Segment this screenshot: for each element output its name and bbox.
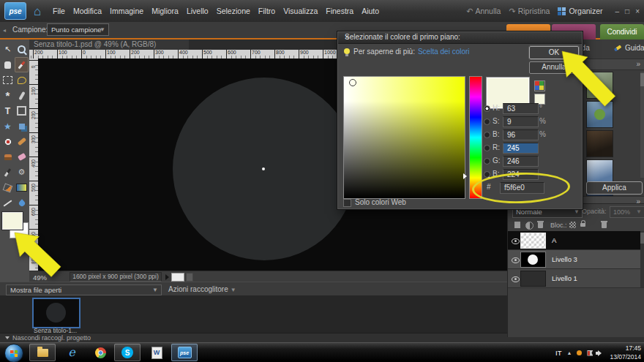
visibility-eye-icon[interactable]: [512, 238, 520, 244]
cancel-button[interactable]: Annulla: [529, 61, 579, 74]
menu-aiuto[interactable]: Aiuto: [362, 7, 379, 15]
hue-radio[interactable]: [484, 105, 490, 112]
clone-stamp-tool[interactable]: [1, 149, 15, 165]
new-layer-icon[interactable]: [514, 222, 520, 228]
layer-row-livello-1[interactable]: Livello 1: [508, 269, 644, 288]
show-open-files-select[interactable]: Mostra file aperti ▼: [6, 284, 162, 295]
menu-modifica[interactable]: Modifica: [73, 7, 102, 15]
sample-select[interactable]: Punto campione ▼: [47, 23, 109, 36]
effect-thumb-3[interactable]: [586, 130, 613, 157]
delete-layer-icon[interactable]: [538, 222, 543, 228]
language-indicator[interactable]: IT: [555, 349, 561, 357]
saturation-radio[interactable]: [484, 118, 490, 125]
undo-button[interactable]: ↶ Annulla: [466, 7, 501, 16]
brush-tool[interactable]: [1, 165, 15, 180]
lock-all-icon[interactable]: [580, 223, 585, 227]
zoom-level[interactable]: 49%: [33, 274, 47, 282]
lasso-tool[interactable]: [15, 72, 29, 88]
brightness-radio[interactable]: [484, 132, 490, 138]
hidden-icons-arrow[interactable]: ▲: [567, 350, 572, 355]
lock-transparency-icon[interactable]: [569, 222, 576, 228]
magic-wand-tool[interactable]: *: [1, 88, 15, 103]
menu-immagine[interactable]: Immagine: [110, 7, 143, 15]
taskbar-pse-active[interactable]: pse: [171, 344, 198, 361]
hue-input[interactable]: 63: [503, 103, 539, 114]
color-field-marker[interactable]: [349, 79, 356, 86]
layer-row-livello-3[interactable]: Livello 3: [508, 250, 644, 269]
menu-selezione[interactable]: Selezione: [217, 7, 250, 15]
layers-scrollbar[interactable]: [640, 231, 644, 287]
blur-tool[interactable]: [15, 195, 29, 211]
clock[interactable]: 17:45 13/07/2014: [610, 344, 641, 361]
gradient-tool[interactable]: [15, 180, 29, 195]
effects-scrollbar[interactable]: [640, 72, 644, 178]
document-tab[interactable]: Senza titolo-1.psd @ 49% (A, RGB/8): [29, 39, 189, 50]
bin-actions-menu[interactable]: Azioni raccoglitore▼: [168, 285, 236, 293]
smart-brush-tool[interactable]: ⚙: [15, 165, 29, 180]
move-tool[interactable]: ↖: [1, 42, 15, 57]
taskbar-chrome[interactable]: [87, 344, 113, 361]
green-radio[interactable]: [484, 158, 490, 165]
open-file-thumbnail[interactable]: [32, 298, 80, 328]
options-collapse-icon[interactable]: ◂: [3, 27, 6, 34]
zoom-tool[interactable]: [15, 42, 29, 57]
visibility-eye-icon[interactable]: [512, 257, 520, 263]
menu-file[interactable]: File: [53, 7, 65, 15]
redo-button[interactable]: ↷ Ripristina: [509, 7, 550, 16]
taskbar-explorer[interactable]: [29, 344, 56, 361]
trash-icon[interactable]: [602, 222, 607, 228]
green-input[interactable]: 246: [503, 156, 539, 167]
eraser-tool[interactable]: [15, 149, 29, 165]
selection-brush-tool[interactable]: [15, 88, 29, 103]
effect-thumb-1[interactable]: [586, 72, 613, 99]
red-eye-tool[interactable]: [1, 134, 15, 149]
brightness-input[interactable]: 96: [503, 129, 539, 140]
eyedropper-tool[interactable]: [15, 57, 29, 72]
scrollbar-end-box[interactable]: [186, 273, 193, 282]
hand-tool[interactable]: [1, 57, 15, 72]
expand-icon[interactable]: »: [636, 60, 640, 68]
layer-row-a[interactable]: A: [508, 231, 644, 250]
dialog-close-icon[interactable]: ×: [345, 33, 577, 41]
visibility-eye-icon[interactable]: [512, 276, 520, 282]
opacity-value[interactable]: 100% ▼: [610, 206, 644, 218]
minimize-button[interactable]: –: [615, 7, 620, 15]
start-button[interactable]: [4, 344, 23, 362]
menu-migliora[interactable]: Migliora: [151, 7, 179, 15]
effect-thumb-2[interactable]: [586, 101, 613, 128]
type-tool[interactable]: T: [1, 103, 15, 118]
healing-brush-tool[interactable]: [15, 134, 29, 149]
organizer-button[interactable]: Organizer: [558, 7, 602, 15]
cookie-cutter-tool[interactable]: ★: [1, 118, 15, 134]
maximize-button[interactable]: □: [625, 7, 629, 15]
red-input[interactable]: 245: [503, 143, 539, 154]
tray-status-icon[interactable]: [577, 350, 582, 355]
saturation-input[interactable]: 9: [503, 116, 539, 127]
menu-visualizza[interactable]: Visualizza: [283, 7, 318, 15]
foreground-color-swatch[interactable]: [2, 212, 23, 230]
home-icon[interactable]: ⌂: [34, 5, 41, 18]
recompose-tool[interactable]: [15, 118, 29, 134]
horizontal-scrollbar-thumb[interactable]: [171, 273, 184, 282]
action-center-icon[interactable]: [587, 350, 593, 356]
dialog-title-bar[interactable]: Selezionate il colore di primo piano: ×: [338, 32, 582, 44]
marquee-tool[interactable]: [1, 72, 15, 88]
color-cube-icon[interactable]: [534, 80, 545, 91]
learn-more-link[interactable]: Scelta dei colori: [418, 48, 470, 56]
hue-slider-arrow-left[interactable]: [463, 173, 470, 179]
apply-button[interactable]: Applica: [586, 181, 643, 195]
crop-tool[interactable]: [15, 103, 29, 118]
menu-livello[interactable]: Livello: [187, 7, 209, 15]
shape-tool[interactable]: [1, 195, 15, 211]
close-button[interactable]: ×: [635, 7, 640, 15]
panel-header[interactable]: »: [583, 59, 644, 70]
menu-filtro[interactable]: Filtro: [258, 7, 275, 15]
web-colors-checkbox[interactable]: [343, 199, 351, 207]
saturation-brightness-field[interactable]: [343, 76, 465, 199]
tab-guided[interactable]: Guidata: [625, 44, 644, 52]
menu-finestra[interactable]: Finestra: [326, 7, 353, 15]
taskbar-word[interactable]: W: [143, 344, 170, 361]
volume-icon[interactable]: [598, 350, 604, 356]
red-radio[interactable]: [484, 145, 490, 151]
ok-button[interactable]: OK: [529, 46, 579, 59]
